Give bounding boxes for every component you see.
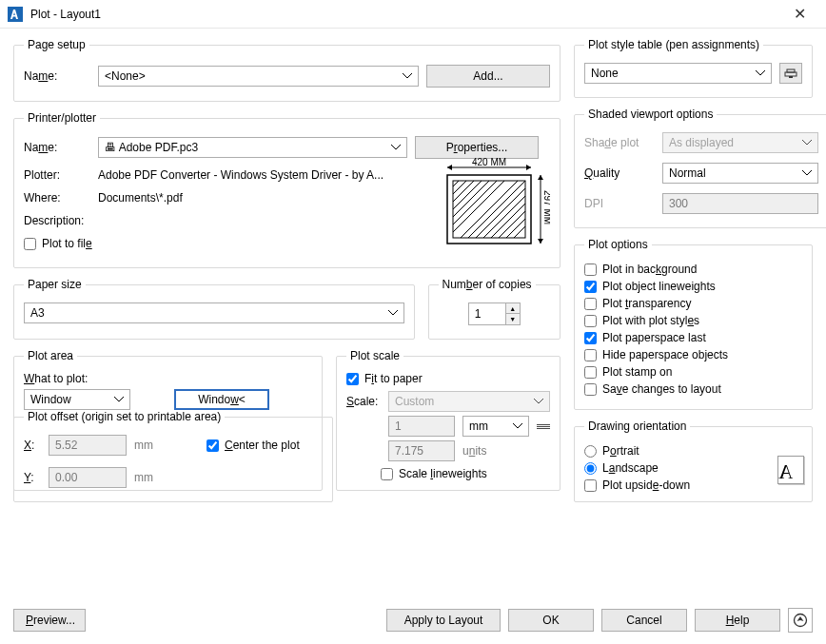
footer: Preview... Apply to Layout OK Cancel Hel… [13, 608, 813, 633]
svg-text:297 MM: 297 MM [542, 189, 550, 224]
where-label: Where: [24, 191, 90, 205]
shaded-group: Shaded viewport options Shade plot As di… [574, 107, 826, 228]
orientation-group: Drawing orientation Portrait Landscape P… [574, 420, 813, 502]
center-plot-checkbox[interactable]: Center the plot [206, 439, 300, 452]
opt-save-changes-checkbox[interactable]: Save changes to layout [584, 382, 802, 396]
apply-button[interactable]: Apply to Layout [386, 609, 501, 632]
orientation-icon: A [777, 456, 804, 484]
spinner-down-icon[interactable]: ▼ [506, 314, 520, 324]
help-button[interactable]: Help [695, 609, 780, 632]
page-setup-name-label: Name: [24, 69, 90, 83]
plot-options-group: Plot options Plot in background Plot obj… [574, 238, 813, 410]
app-icon [8, 7, 23, 22]
plot-style-select[interactable]: None [584, 63, 772, 84]
plot-scale-legend: Plot scale [346, 349, 403, 362]
pen-edit-icon[interactable] [779, 63, 802, 84]
plot-style-group: Plot style table (pen assignments) None [574, 38, 813, 98]
svg-rect-21 [785, 72, 796, 76]
copies-spinner[interactable]: ▲ ▼ [468, 302, 521, 325]
copies-input[interactable] [469, 303, 505, 324]
offset-y-input[interactable] [49, 467, 127, 488]
quality-label: Quality [584, 166, 655, 180]
add-button[interactable]: Add... [426, 65, 550, 88]
dpi-input[interactable] [662, 193, 818, 214]
dpi-label: DPI [584, 197, 655, 210]
svg-rect-22 [787, 69, 795, 72]
opt-background-checkbox[interactable]: Plot in background [584, 263, 802, 276]
window-pick-button[interactable]: Window< [174, 389, 269, 410]
window-title: Plot - Layout1 [30, 8, 101, 21]
shaded-legend: Shaded viewport options [584, 107, 717, 121]
opt-lineweights-checkbox[interactable]: Plot object lineweights [584, 280, 802, 293]
scale-label: Scale: [346, 395, 381, 408]
equals-icon [537, 416, 550, 437]
shade-plot-label: Shade plot [584, 136, 655, 149]
upside-down-checkbox[interactable]: Plot upside-down [584, 478, 802, 492]
paper-preview-icon: 420 MM 297 MM [441, 152, 550, 262]
scale-numerator-input[interactable] [388, 416, 455, 437]
printer-legend: Printer/plotter [24, 111, 100, 125]
printer-name-select[interactable]: 🖶 Adobe PDF.pc3 [98, 137, 407, 158]
quality-select[interactable]: Normal [662, 163, 818, 184]
plot-offset-legend: Plot offset (origin set to printable are… [24, 410, 225, 423]
offset-x-input[interactable] [49, 435, 127, 456]
fit-to-paper-checkbox[interactable]: Fit to paper [346, 372, 550, 385]
what-to-plot-select[interactable]: Window [24, 389, 130, 410]
orientation-legend: Drawing orientation [584, 420, 690, 433]
page-setup-group: Page setup Name: <None> Add... [13, 38, 560, 102]
scale-lineweights-label: Scale lineweights [399, 467, 487, 480]
svg-text:420 MM: 420 MM [471, 158, 505, 167]
paper-size-group: Paper size A3 [13, 278, 415, 340]
center-plot-label: Center the plot [225, 439, 300, 452]
plot-offset-group: Plot offset (origin set to printable are… [13, 410, 333, 502]
paper-size-select[interactable]: A3 [24, 302, 404, 323]
scale-select[interactable]: Custom [388, 391, 550, 412]
page-setup-legend: Page setup [24, 38, 89, 51]
plot-to-file-checkbox[interactable]: Plot to file [24, 237, 92, 250]
plot-area-legend: Plot area [24, 349, 77, 362]
cancel-button[interactable]: Cancel [601, 609, 687, 632]
offset-x-label: X: [24, 439, 41, 452]
scale-unit-select[interactable]: mm [462, 416, 529, 437]
plot-options-legend: Plot options [584, 238, 652, 251]
paper-size-legend: Paper size [24, 278, 86, 291]
ok-button[interactable]: OK [508, 609, 594, 632]
expand-arrow-icon[interactable] [788, 608, 813, 633]
shade-plot-select[interactable]: As displayed [662, 132, 818, 153]
printer-name-label: Name: [24, 141, 90, 154]
landscape-radio[interactable]: Landscape [584, 461, 802, 475]
opt-paperspace-last-checkbox[interactable]: Plot paperspace last [584, 331, 802, 344]
scale-denominator-input[interactable] [388, 440, 455, 461]
spinner-up-icon[interactable]: ▲ [506, 303, 520, 314]
opt-plotstyles-checkbox[interactable]: Plot with plot styles [584, 314, 802, 327]
opt-hide-paperspace-checkbox[interactable]: Hide paperspace objects [584, 348, 802, 361]
scale-unit-label: units [462, 444, 486, 458]
what-to-plot-label: What to plot: [24, 372, 312, 385]
plot-style-legend: Plot style table (pen assignments) [584, 38, 763, 51]
printer-group: Printer/plotter Name: 🖶 Adobe PDF.pc3 Pr… [13, 111, 560, 268]
plot-scale-group: Plot scale Fit to paper Scale: Custom mm [336, 349, 560, 491]
plotter-label: Plotter: [24, 168, 90, 182]
offset-x-unit: mm [134, 439, 163, 452]
svg-rect-23 [789, 76, 793, 78]
portrait-radio[interactable]: Portrait [584, 444, 802, 458]
titlebar: Plot - Layout1 ✕ [0, 0, 826, 29]
opt-transparency-checkbox[interactable]: Plot transparency [584, 297, 802, 310]
description-label: Description: [24, 214, 90, 227]
fit-to-paper-label: Fit to paper [364, 372, 423, 385]
copies-legend: Number of copies [439, 278, 536, 291]
plot-to-file-label: Plot to file [42, 237, 92, 250]
offset-y-unit: mm [134, 471, 163, 484]
offset-y-label: Y: [24, 471, 41, 484]
plotter-value: Adobe PDF Converter - Windows System Dri… [98, 168, 436, 182]
where-value: Documents\*.pdf [98, 191, 183, 205]
page-setup-name-select[interactable]: <None> [98, 66, 419, 87]
preview-button[interactable]: Preview... [13, 609, 86, 632]
scale-lineweights-checkbox[interactable]: Scale lineweights [381, 467, 550, 480]
copies-group: Number of copies ▲ ▼ [428, 278, 561, 340]
close-icon[interactable]: ✕ [780, 5, 818, 23]
opt-plot-stamp-checkbox[interactable]: Plot stamp on [584, 365, 802, 379]
